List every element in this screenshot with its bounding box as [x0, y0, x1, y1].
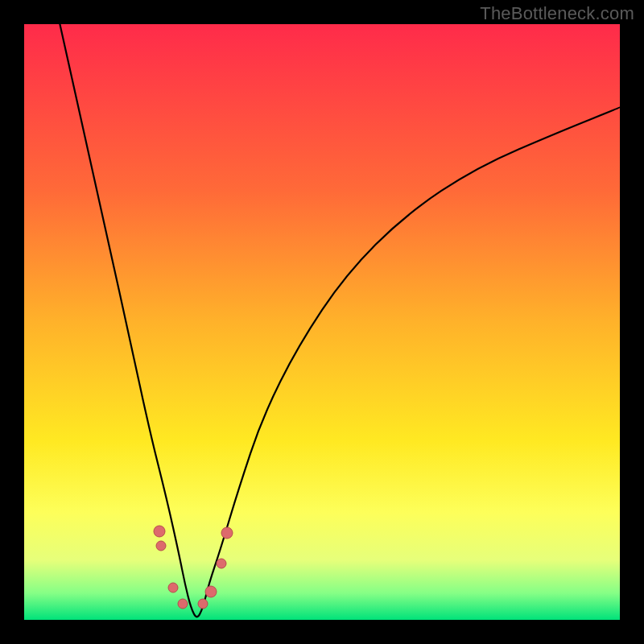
marker-dot [178, 599, 188, 609]
marker-dot [156, 541, 166, 551]
chart-frame: TheBottleneck.com [0, 0, 644, 644]
marker-dot [198, 599, 208, 609]
curve-layer [24, 24, 620, 620]
bottleneck-curve [60, 24, 620, 617]
marker-dot [205, 586, 217, 597]
plot-area [24, 24, 620, 620]
watermark-label: TheBottleneck.com [480, 3, 634, 24]
marker-dot [154, 526, 165, 537]
optimal-markers [154, 526, 233, 609]
marker-dot [221, 527, 233, 539]
marker-dot [217, 559, 226, 568]
marker-dot [168, 583, 178, 592]
